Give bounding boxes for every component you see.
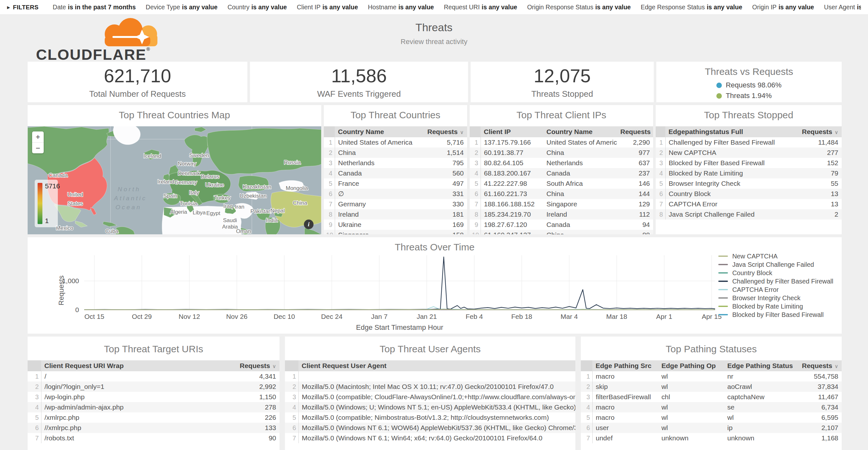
cell: Netherlands xyxy=(543,158,617,168)
column-header[interactable]: Edge Pathing Status xyxy=(724,360,796,371)
cell: Ireland xyxy=(335,209,419,219)
row-number: 1 xyxy=(285,371,299,382)
row-number: 4 xyxy=(324,168,335,178)
cell: Canada xyxy=(543,168,617,178)
column-header[interactable]: Country Name xyxy=(543,126,617,137)
chart-legend-item[interactable]: Challenged by Filter Based Firewall xyxy=(718,277,833,286)
cell: 129 xyxy=(617,199,653,209)
cell xyxy=(299,371,575,382)
table-row: 380.82.64.105Netherlands637 xyxy=(470,158,653,168)
panel-title: Threats vs Requests xyxy=(656,66,842,77)
row-number-header xyxy=(581,360,592,371)
cell: New CAPTCHA xyxy=(665,148,785,158)
cell: / xyxy=(41,371,231,382)
column-header[interactable]: Edgepathingstatus Full xyxy=(665,126,785,137)
cell: China xyxy=(543,148,617,158)
chart-legend-item[interactable]: Blocked by Rate Limiting xyxy=(718,302,833,310)
table-row: 3/wp-login.php1,150 xyxy=(28,392,279,402)
column-header[interactable]: Edge Pathing Op xyxy=(658,360,724,371)
stat-label: Total Number of Requests xyxy=(89,89,186,99)
filter-chip[interactable]: Device Typeis any value xyxy=(146,3,218,11)
cell: captchaNew xyxy=(724,392,796,402)
row-number-header xyxy=(470,126,480,137)
cell: 13 xyxy=(785,199,842,209)
panel-top-pathing-statuses: Top Pathing Statuses Edge Pathing SrcEdg… xyxy=(581,336,842,450)
country-label: China xyxy=(293,200,307,206)
cell: 6,734 xyxy=(796,402,842,412)
row-number: 7 xyxy=(581,433,592,443)
filters-toggle[interactable]: ▶ FILTERS xyxy=(7,4,38,11)
map-zoom-control: + − xyxy=(32,131,44,153)
column-header[interactable]: Requests∨ xyxy=(785,126,842,137)
cell: user xyxy=(592,423,658,433)
column-header[interactable]: Requests∨ xyxy=(796,360,842,371)
country-label: Turkey xyxy=(214,195,231,201)
filter-chip[interactable]: Hostnameis any value xyxy=(368,3,434,11)
stat-label: WAF Events Triggered xyxy=(317,89,401,99)
dashboard-header: CLOUDFLARE® Threats Review threat activi… xyxy=(0,15,868,61)
column-header[interactable]: Country Name xyxy=(335,126,419,137)
chart-legend-item[interactable]: Browser Integrity Check xyxy=(718,294,833,302)
legend-dot-icon xyxy=(716,83,722,88)
page-subtitle: Review threat activity xyxy=(0,38,868,46)
legend-line-icon xyxy=(718,289,728,290)
table-row: 6//xmlrpc.php133 xyxy=(28,423,279,433)
stat-value: 621,710 xyxy=(104,65,171,87)
y-tick-label: 1,000 xyxy=(62,277,79,284)
x-tick-label: Oct 15 xyxy=(85,313,104,320)
x-tick-label: Nov 26 xyxy=(226,313,248,320)
column-header[interactable]: Requests∨ xyxy=(419,126,467,137)
table-row: 2/login/?login_only=12,992 xyxy=(28,382,279,392)
filter-chip[interactable]: Dateis in the past 7 months xyxy=(53,3,136,11)
cell: 2,290 xyxy=(617,137,653,148)
legend-max: 5716 xyxy=(45,182,60,190)
country-label: United xyxy=(67,191,83,198)
column-header[interactable]: Client Request User Agent xyxy=(299,360,575,371)
filter-chip[interactable]: Client IPis any value xyxy=(297,3,358,11)
stats-row: 621,710 Total Number of Requests 11,586 … xyxy=(28,62,842,102)
x-tick-label: Oct 29 xyxy=(132,313,152,320)
column-header[interactable]: Client Request URI Wrap xyxy=(41,360,231,371)
row-number-header xyxy=(324,126,335,137)
table-row: 6userwlip2,107 xyxy=(581,423,842,433)
cell: 497 xyxy=(419,178,467,189)
cell: chl xyxy=(658,392,724,402)
filter-chip[interactable]: User Agentis any value xyxy=(824,3,861,11)
column-header[interactable]: Edge Pathing Src xyxy=(592,360,658,371)
cell: 2,107 xyxy=(796,423,842,433)
filter-chip[interactable]: Request URIis any value xyxy=(444,3,517,11)
filter-chip[interactable]: Origin Response Statusis any value xyxy=(527,3,631,11)
cell: 2 xyxy=(785,209,842,219)
chart-legend-item[interactable]: New CAPTCHA xyxy=(718,252,833,260)
cell: 79 xyxy=(785,168,842,178)
filter-chip[interactable]: Countryis any value xyxy=(227,3,287,11)
x-tick-label: Feb 18 xyxy=(511,313,532,320)
row-number: 5 xyxy=(656,178,665,189)
filter-chip[interactable]: Origin IPis any value xyxy=(752,3,814,11)
column-header[interactable]: Requests∨ xyxy=(231,360,279,371)
cell: 560 xyxy=(419,168,467,178)
cell: /wp-admin/admin-ajax.php xyxy=(41,402,231,412)
country-label: Libya xyxy=(193,210,206,216)
chart-legend-item[interactable]: Country Block xyxy=(718,269,833,277)
chart-legend-item[interactable]: Blocked by Filter Based Firewall xyxy=(718,310,833,319)
map-info-button[interactable]: i xyxy=(304,219,313,229)
column-header[interactable]: Requests∨ xyxy=(617,126,653,137)
chart-legend-item[interactable]: CAPTCHA Error xyxy=(718,286,833,294)
row-number: 4 xyxy=(656,168,665,178)
cell: 237 xyxy=(617,168,653,178)
y-tick-label: 0 xyxy=(75,306,79,313)
zoom-out-button[interactable]: − xyxy=(32,142,44,153)
filter-chip[interactable]: Edge Response Statusis any value xyxy=(641,3,742,11)
data-table: Edge Pathing SrcEdge Pathing OpEdge Path… xyxy=(581,360,842,443)
country-label: Sweden xyxy=(189,152,209,158)
filter-bar: ▶ FILTERS Dateis in the past 7 monthsDev… xyxy=(0,0,868,15)
zoom-in-button[interactable]: + xyxy=(32,131,44,142)
column-header[interactable]: Client IP xyxy=(480,126,543,137)
chart-legend-item[interactable]: Java Script Challenge Failed xyxy=(718,260,833,269)
cell: 41.222.227.98 xyxy=(480,178,543,189)
legend-dot-icon xyxy=(716,93,722,99)
x-tick-label: Apr 1 xyxy=(656,313,672,320)
world-map[interactable]: CanadaUnitedStatesMexicoCubaIcelandIrela… xyxy=(28,126,321,234)
table-row: 468.183.200.167Canada237 xyxy=(470,168,653,178)
